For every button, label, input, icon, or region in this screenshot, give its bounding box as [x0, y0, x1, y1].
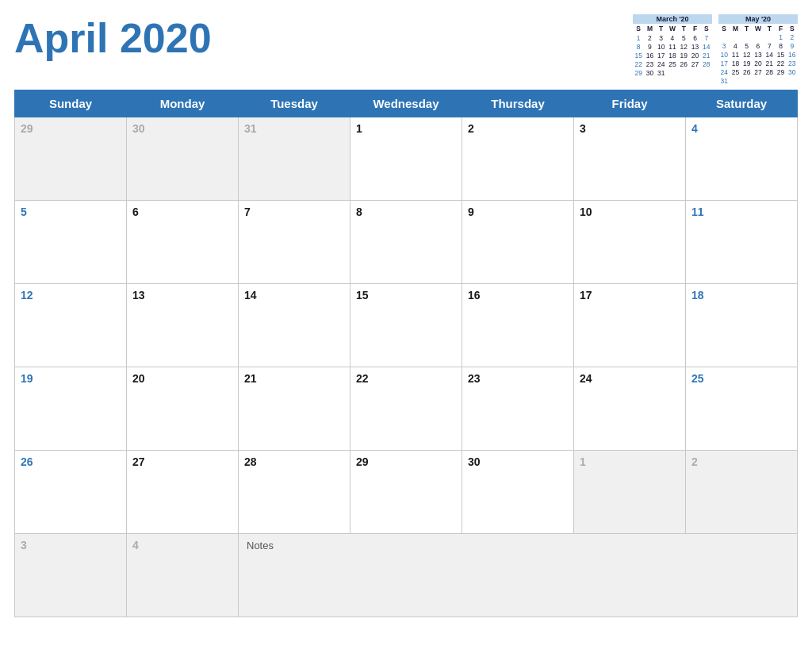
week-row-0: 2930311234: [15, 117, 798, 201]
main-title: April 2020: [14, 14, 212, 59]
day-number: 30: [132, 122, 145, 135]
day-number: 29: [21, 122, 33, 135]
day-cell[interactable]: 11: [686, 201, 798, 284]
day-number: 12: [21, 289, 33, 302]
day-cell[interactable]: 28: [239, 451, 350, 534]
day-cell[interactable]: 25: [686, 367, 798, 451]
day-number: 3: [580, 122, 586, 135]
day-number: 8: [356, 206, 362, 218]
header-thursday: Thursday: [462, 90, 574, 117]
day-number: 22: [356, 372, 369, 385]
day-number: 15: [356, 289, 369, 302]
day-number: 30: [468, 455, 481, 468]
day-number: 11: [691, 206, 704, 218]
day-number: 19: [21, 372, 33, 385]
mini-cal-march: March '20 SMTWTFS 1234567 891011121314: [633, 14, 712, 85]
mini-calendars: March '20 SMTWTFS 1234567 891011121314: [633, 14, 798, 85]
day-cell[interactable]: 7: [239, 201, 350, 284]
day-number: 28: [244, 455, 257, 468]
week-row-2: 12131415161718: [15, 284, 798, 367]
day-number: 1: [356, 122, 362, 135]
day-cell[interactable]: 12: [15, 284, 127, 367]
day-number: 3: [21, 539, 27, 551]
day-cell[interactable]: 8: [350, 201, 462, 284]
day-number: 5: [21, 206, 27, 218]
day-cell[interactable]: 4: [686, 117, 798, 201]
header-wednesday: Wednesday: [350, 90, 462, 117]
day-number: 2: [468, 122, 474, 135]
day-cell[interactable]: 20: [127, 367, 239, 451]
main-calendar: Sunday Monday Tuesday Wednesday Thursday…: [14, 90, 798, 617]
day-cell[interactable]: 2: [462, 117, 574, 201]
header-friday: Friday: [574, 90, 686, 117]
mini-cal-may-title: May '20: [718, 14, 798, 24]
day-cell[interactable]: 18: [686, 284, 798, 367]
day-number: 29: [356, 455, 369, 468]
day-cell[interactable]: 1: [350, 117, 462, 201]
day-number: 18: [691, 289, 704, 302]
week-row-4: 262728293012: [15, 451, 798, 534]
day-number: 31: [244, 122, 257, 135]
day-cell[interactable]: 3: [15, 534, 127, 617]
day-number: 9: [468, 206, 474, 218]
day-number: 1: [580, 455, 586, 468]
day-number: 4: [132, 539, 139, 551]
day-cell[interactable]: 17: [574, 284, 686, 367]
day-cell[interactable]: 13: [127, 284, 239, 367]
day-number: 20: [132, 372, 145, 385]
day-cell[interactable]: 27: [127, 451, 239, 534]
day-cell[interactable]: 30: [462, 451, 574, 534]
notes-cell[interactable]: Notes: [239, 534, 798, 617]
header-monday: Monday: [127, 90, 239, 117]
day-cell[interactable]: 1: [574, 451, 686, 534]
week-row-3: 19202122232425: [15, 367, 798, 451]
day-number: 17: [580, 289, 592, 302]
week-row-1: 567891011: [15, 201, 798, 284]
day-cell[interactable]: 2: [686, 451, 798, 534]
day-cell[interactable]: 10: [574, 201, 686, 284]
day-number: 16: [468, 289, 481, 302]
day-cell[interactable]: 30: [127, 117, 239, 201]
day-number: 10: [580, 206, 592, 218]
day-number: 4: [691, 122, 698, 135]
header-sunday: Sunday: [15, 90, 127, 117]
top-section: April 2020 March '20 SMTWTFS 1234567: [14, 14, 798, 85]
last-row: 34Notes: [15, 534, 798, 617]
header-saturday: Saturday: [686, 90, 798, 117]
day-cell[interactable]: 29: [15, 117, 127, 201]
day-cell[interactable]: 26: [15, 451, 127, 534]
day-number: 6: [132, 206, 139, 218]
day-cell[interactable]: 23: [462, 367, 574, 451]
day-number: 25: [691, 372, 704, 385]
day-number: 24: [580, 372, 592, 385]
day-cell[interactable]: 3: [574, 117, 686, 201]
day-cell[interactable]: 21: [239, 367, 350, 451]
day-cell[interactable]: 19: [15, 367, 127, 451]
mini-cal-may: May '20 SMTWTFS 12 3456789 1011121314151…: [718, 14, 798, 85]
day-number: 2: [691, 455, 698, 468]
day-cell[interactable]: 15: [350, 284, 462, 367]
day-number: 13: [132, 289, 145, 302]
day-cell[interactable]: 6: [127, 201, 239, 284]
day-cell[interactable]: 24: [574, 367, 686, 451]
day-cell[interactable]: 29: [350, 451, 462, 534]
day-number: 7: [244, 206, 251, 218]
day-cell[interactable]: 9: [462, 201, 574, 284]
day-number: 23: [468, 372, 481, 385]
weekday-header-row: Sunday Monday Tuesday Wednesday Thursday…: [15, 90, 798, 117]
day-cell[interactable]: 14: [239, 284, 350, 367]
mini-cal-march-title: March '20: [633, 14, 712, 24]
day-cell[interactable]: 4: [127, 534, 239, 617]
day-number: 14: [244, 289, 257, 302]
day-cell[interactable]: 5: [15, 201, 127, 284]
day-cell[interactable]: 22: [350, 367, 462, 451]
day-number: 21: [244, 372, 257, 385]
header-tuesday: Tuesday: [239, 90, 350, 117]
day-cell[interactable]: 31: [239, 117, 350, 201]
day-number: 26: [21, 455, 33, 468]
day-number: 27: [132, 455, 145, 468]
day-cell[interactable]: 16: [462, 284, 574, 367]
